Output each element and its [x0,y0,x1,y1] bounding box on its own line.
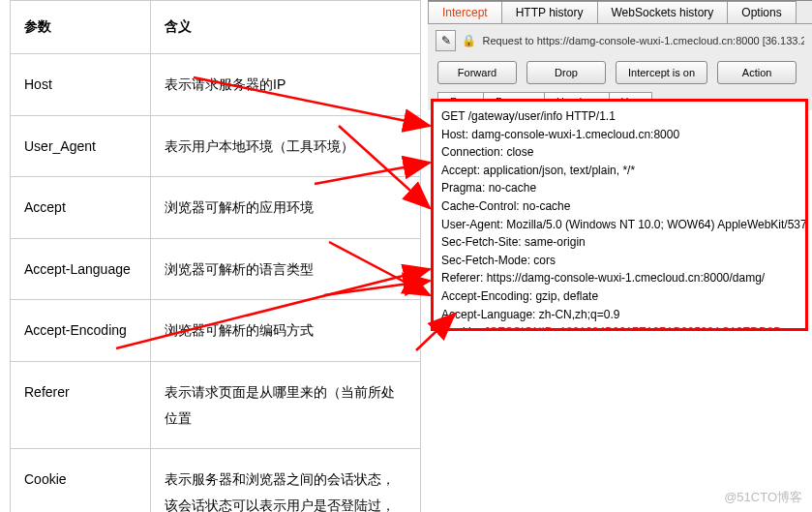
cell-param: Accept-Language [11,238,151,300]
http-line: Accept: application/json, text/plain, */… [441,162,797,180]
table-row: User_Agent表示用户本地环境（工具环境） [11,115,421,177]
cell-meaning: 浏览器可解析的编码方式 [151,300,421,362]
drop-button[interactable]: Drop [526,61,606,84]
tab-options[interactable]: Options [727,1,796,23]
http-line: Pragma: no-cache [441,179,797,197]
cell-meaning: 表示用户本地环境（工具环境） [151,115,421,177]
table-row: Accept-Encoding浏览器可解析的编码方式 [11,300,421,362]
cell-meaning: 表示请求页面是从哪里来的（当前所处位置 [151,361,421,448]
table-row: Accept-Language浏览器可解析的语言类型 [11,238,421,300]
table-row: Host表示请求服务器的IP [11,54,421,116]
cell-param: Accept-Encoding [11,300,151,362]
watermark: @51CTO博客 [724,489,802,506]
forward-button[interactable]: Forward [437,61,517,84]
table-row: Referer表示请求页面是从哪里来的（当前所处位置 [11,361,421,448]
burp-panel: Intercept HTTP history WebSockets histor… [428,0,812,110]
request-url-text: Request to https://damg-console-wuxi-1.c… [482,35,804,46]
cell-param: Referer [11,361,151,448]
http-line: Referer: https://damg-console-wuxi-1.cme… [441,269,797,287]
edit-button[interactable]: ✎ [436,30,456,51]
table-row: Cookie表示服务器和浏览器之间的会话状态， 该会话状态可以表示用户是否登陆过… [11,449,421,512]
http-line: Sec-Fetch-Mode: cors [441,252,797,270]
tab-http-history[interactable]: HTTP history [501,1,598,23]
cell-param: Accept [11,177,151,239]
table-row: Accept浏览器可解析的应用环境 [11,177,421,239]
cell-meaning: 浏览器可解析的应用环境 [151,177,421,239]
cookie-key: JSESSIONID= [484,325,559,331]
http-line: Connection: close [441,143,797,162]
http-line: GET /gateway/user/info HTTP/1.1 [441,107,797,126]
params-table: 参数 含义 Host表示请求服务器的IP User_Agent表示用户本地环境（… [10,0,421,512]
cell-meaning: 表示请求服务器的IP [151,54,421,116]
http-cookie-line: Cookie: JSESSIONID=1801684B0617E197AB295… [441,323,797,331]
action-buttons: Forward Drop Intercept is on Action [428,57,812,92]
cell-meaning: 浏览器可解析的语言类型 [151,238,421,300]
http-line: Cache-Control: no-cache [441,197,797,216]
cookie-value: 1801684B0617E197AB29566AC16EDD8B [559,325,781,331]
http-line: User-Agent: Mozilla/5.0 (Windows NT 10.0… [441,216,797,234]
pencil-icon: ✎ [441,34,451,47]
http-line: Sec-Fetch-Site: same-origin [441,233,797,252]
tab-intercept[interactable]: Intercept [428,1,502,23]
top-tabs: Intercept HTTP history WebSockets histor… [428,1,812,24]
cell-meaning: 表示服务器和浏览器之间的会话状态， 该会话状态可以表示用户是否登陆过， 一般都是… [151,449,421,512]
action-button[interactable]: Action [717,61,797,84]
cell-param: Host [11,54,151,116]
cell-param: Cookie [11,449,151,512]
lock-icon: 🔒 [462,34,476,47]
tab-ws-history[interactable]: WebSockets history [597,1,729,23]
header-param: 参数 [11,1,151,54]
cell-param: User_Agent [11,115,151,177]
http-line: Accept-Encoding: gzip, deflate [441,287,797,306]
http-raw-content[interactable]: GET /gateway/user/info HTTP/1.1 Host: da… [431,99,808,331]
http-line: Host: damg-console-wuxi-1.cmecloud.cn:80… [441,126,797,144]
http-line: Accept-Language: zh-CN,zh;q=0.9 [441,306,797,324]
params-table-panel: 参数 含义 Host表示请求服务器的IP User_Agent表示用户本地环境（… [10,0,421,512]
intercept-toggle-button[interactable]: Intercept is on [616,61,707,84]
request-bar: ✎ 🔒 Request to https://damg-console-wuxi… [428,24,812,57]
header-meaning: 含义 [151,1,421,54]
